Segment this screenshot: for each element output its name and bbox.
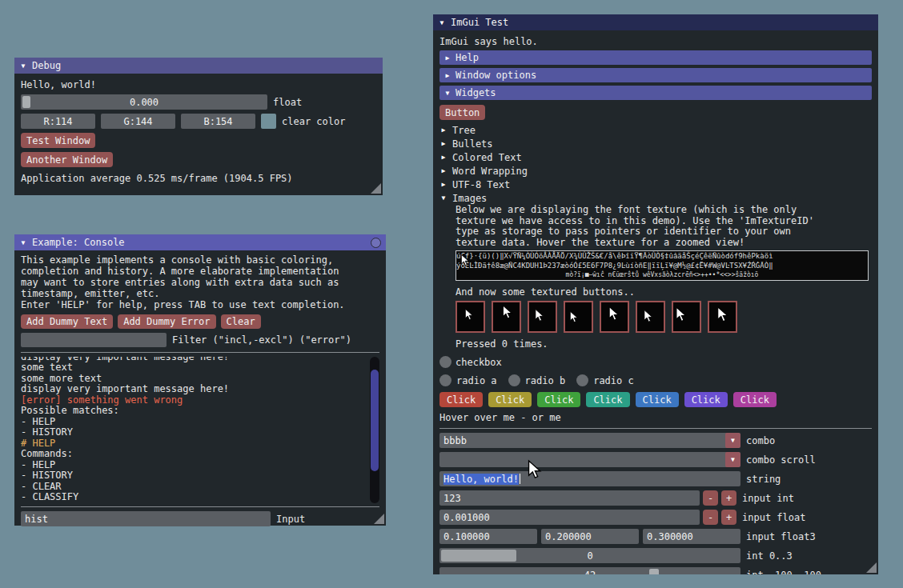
resize-grip[interactable] <box>371 183 381 194</box>
imgui-titlebar[interactable]: ImGui Test <box>433 14 878 30</box>
collapse-arrow-icon[interactable] <box>19 239 27 246</box>
console-window: Example: Console This example implements… <box>14 234 386 526</box>
combo-arrow-icon[interactable] <box>725 433 740 448</box>
combo-arrow-icon[interactable] <box>725 452 740 467</box>
header-help[interactable]: Help <box>439 50 872 65</box>
header-label: Help <box>456 52 479 63</box>
chevron-right-icon <box>439 140 447 147</box>
click-button[interactable]: Click <box>636 392 679 407</box>
slider-grab[interactable] <box>441 550 516 562</box>
close-icon[interactable] <box>371 238 381 248</box>
float-slider[interactable]: 0.000 <box>21 94 267 110</box>
click-button[interactable]: Click <box>684 392 728 407</box>
increment-button[interactable]: + <box>721 510 736 525</box>
demo-button[interactable]: Button <box>439 105 485 120</box>
slider-grab[interactable] <box>22 96 30 108</box>
tree-node-images[interactable]: Images <box>439 191 872 205</box>
console-intro-line: may want to store entries along with ext… <box>21 277 379 288</box>
click-button[interactable]: Click <box>537 392 580 407</box>
debug-titlebar[interactable]: Debug <box>14 58 383 74</box>
add-dummy-text-button[interactable]: Add Dummy Text <box>21 314 113 329</box>
header-widgets[interactable]: Widgets <box>439 86 872 100</box>
radio-b[interactable]: radio b <box>508 374 566 386</box>
increment-button[interactable]: + <box>721 490 736 506</box>
string-input[interactable]: Hello, world! <box>439 471 740 486</box>
click-button[interactable]: Click <box>586 392 629 407</box>
drag-green[interactable]: G:144 <box>101 114 175 129</box>
input-float3-x[interactable]: 0.100000 <box>439 529 537 544</box>
radio-label: radio b <box>525 375 566 386</box>
chevron-right-icon <box>439 126 447 134</box>
textured-image-button[interactable] <box>456 301 485 333</box>
tree-node-word-wrapping[interactable]: Word Wrapping <box>439 164 872 178</box>
clear-button[interactable]: Clear <box>221 314 261 329</box>
separator <box>21 506 379 507</box>
drag-red[interactable]: R:114 <box>21 114 95 129</box>
imgui-test-window: ImGui Test ImGui says hello. Help Window… <box>433 14 878 574</box>
input-float-field[interactable]: 0.001000 <box>439 510 700 525</box>
slider-int-a-label: int 0..3 <box>746 550 793 562</box>
scrollbar-grab[interactable] <box>371 370 379 470</box>
slider-int-neg100-100[interactable]: 42 <box>439 567 740 574</box>
textured-buttons-row <box>456 301 872 333</box>
slider-int-0-3[interactable]: 0 <box>439 548 740 563</box>
collapse-arrow-icon[interactable] <box>438 19 446 26</box>
combo-scroll-select[interactable] <box>439 452 740 467</box>
tree-node-colored-text[interactable]: Colored Text <box>439 150 872 164</box>
combo-select[interactable]: bbbb <box>439 433 740 448</box>
font-texture-glyphs: mò?ï¡■—ŵıĉ n€ŭœrŝtů wêVxsãòλzcrēñ<>++••*… <box>456 270 868 280</box>
textured-image-button[interactable] <box>564 301 593 333</box>
tree-node-bullets[interactable]: Bullets <box>439 137 872 150</box>
input-float-row: 0.001000 - + input float <box>439 510 872 525</box>
filter-input[interactable] <box>21 333 167 347</box>
hover-text[interactable]: Hover over me - or me <box>439 412 872 423</box>
click-button[interactable]: Click <box>439 392 483 407</box>
scrollbar[interactable] <box>370 357 379 503</box>
collapse-arrow-icon[interactable] <box>19 62 27 70</box>
float-slider-row: 0.000 float <box>21 94 376 110</box>
input-int-field[interactable]: 123 <box>439 490 700 506</box>
textured-image-button[interactable] <box>708 301 737 333</box>
radio-c[interactable]: radio c <box>576 374 634 386</box>
window-title: Example: Console <box>32 237 125 248</box>
checkbox[interactable] <box>439 356 451 368</box>
clear-color-swatch[interactable] <box>261 114 276 129</box>
click-button[interactable]: Click <box>488 392 532 407</box>
images-text-line: type as storage to pass pointers or iden… <box>456 226 872 238</box>
input-float3-y[interactable]: 0.200000 <box>541 529 639 544</box>
slider-grab[interactable] <box>649 569 659 574</box>
imgui-content: ImGui says hello. Help Window options Wi… <box>433 30 878 574</box>
tree-node-utf8-text[interactable]: UTF-8 Text <box>439 178 872 191</box>
resize-grip[interactable] <box>374 514 384 524</box>
radio-a[interactable]: radio a <box>439 374 497 386</box>
tree-node-tree[interactable]: Tree <box>439 123 872 137</box>
textured-image-button[interactable] <box>600 301 629 333</box>
radio-label: radio a <box>456 375 497 386</box>
tree-node-label: Images <box>452 193 487 204</box>
console-log[interactable]: display very important message here! som… <box>21 357 379 503</box>
log-line: - HELP <box>21 460 367 471</box>
drag-blue-value: B:154 <box>203 116 232 127</box>
textured-image-button[interactable] <box>528 301 557 333</box>
click-button[interactable]: Click <box>733 392 777 407</box>
console-titlebar[interactable]: Example: Console <box>14 234 386 250</box>
input-float3-z[interactable]: 0.300000 <box>643 529 740 544</box>
font-texture-image[interactable]: úÇf}·{ü)()‖X√ŸÑ¼ÒÙÓöÂÀÅÄÖ/X¾ÙÛŽŠ&€/å\êÞî… <box>456 250 869 281</box>
add-dummy-error-button[interactable]: Add Dummy Error <box>118 314 215 329</box>
console-input[interactable]: hist <box>21 511 271 526</box>
input-float3-y-value: 0.200000 <box>545 531 592 542</box>
textured-image-button[interactable] <box>492 301 521 333</box>
input-int-row: 123 - + input int <box>439 490 872 506</box>
drag-blue[interactable]: B:154 <box>181 114 255 129</box>
tree-node-label: Tree <box>452 125 476 136</box>
decrement-button[interactable]: - <box>703 510 718 525</box>
another-window-button[interactable]: Another Window <box>21 152 113 167</box>
resize-grip[interactable] <box>866 562 877 573</box>
debug-window: Debug Hello, world! 0.000 float R:114 G:… <box>14 58 383 195</box>
textured-image-button[interactable] <box>672 301 701 333</box>
test-window-button[interactable]: Test Window <box>21 133 95 148</box>
combo-value: bbbb <box>443 435 467 446</box>
textured-image-button[interactable] <box>636 301 665 333</box>
decrement-button[interactable]: - <box>703 490 718 506</box>
header-window-options[interactable]: Window options <box>439 68 872 82</box>
